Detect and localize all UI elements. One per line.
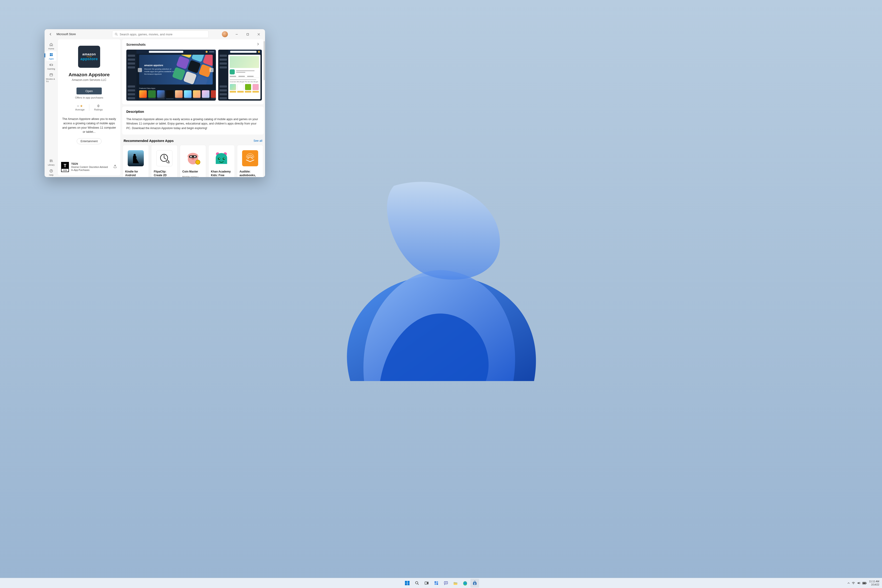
taskbar-store[interactable] — [470, 579, 479, 588]
app-icon: amazon appstore — [78, 46, 100, 68]
search-input[interactable] — [120, 33, 206, 36]
svg-point-34 — [415, 582, 418, 584]
svg-rect-36 — [425, 582, 427, 584]
open-button[interactable]: Open — [76, 87, 102, 94]
taskbar-date: 2/14/22 — [871, 583, 879, 586]
user-avatar[interactable] — [222, 31, 228, 37]
svg-rect-49 — [474, 584, 474, 584]
nav-movies[interactable]: Movies & TV — [46, 71, 57, 84]
svg-point-51 — [853, 584, 854, 584]
details-scroll[interactable]: Screenshots amazon appstore — [122, 39, 265, 177]
audible-icon — [242, 150, 258, 166]
nav-apps[interactable]: Apps — [46, 51, 57, 61]
help-icon — [49, 169, 53, 173]
taskbar-clock[interactable]: 11:11 AM 2/14/22 — [869, 580, 879, 586]
window-title: Microsoft Store — [57, 33, 76, 36]
svg-rect-40 — [434, 583, 436, 585]
app-hero-panel: amazon appstore Amazon Appstore Amazon.c… — [58, 39, 120, 175]
back-button[interactable] — [47, 31, 54, 38]
nav-gaming[interactable]: Gaming — [46, 62, 57, 71]
recommended-item[interactable]: Coin Master Mobile game • Other — [180, 145, 206, 177]
battery-icon — [862, 582, 867, 585]
taskbar: 11:11 AM 2/14/22 — [0, 578, 882, 588]
svg-text:+: + — [168, 160, 169, 163]
home-icon — [49, 42, 53, 46]
svg-point-27 — [196, 160, 200, 165]
svg-rect-9 — [51, 55, 52, 56]
rec-item-name: Kindle for Android — [125, 170, 146, 177]
svg-rect-44 — [454, 583, 457, 583]
widgets[interactable] — [432, 579, 441, 588]
rating-stats: --★ Average 0 Ratings — [71, 104, 108, 111]
nav-movies-label: Movies & TV — [46, 78, 57, 83]
recommended-see-all[interactable]: See all — [254, 139, 262, 142]
screenshot-2[interactable]: Customers Who Bought This Item Also Boug… — [218, 50, 262, 100]
system-tray[interactable] — [848, 581, 867, 585]
app-icon-line1: amazon — [82, 52, 96, 56]
rec-item-sub: Mobile game • Other — [182, 176, 204, 177]
nav-library[interactable]: Library — [46, 158, 57, 167]
recommended-item[interactable]: Khan Academy Kids: Free educational... — [208, 145, 234, 177]
description-heading: Description — [126, 110, 260, 114]
screenshots-expand[interactable] — [256, 42, 260, 46]
svg-point-11 — [52, 64, 52, 65]
taskbar-chat[interactable] — [441, 579, 450, 588]
esrb-brand: ESRB — [62, 169, 69, 172]
svg-rect-38 — [434, 581, 436, 583]
category-pill[interactable]: Entertainment — [77, 138, 102, 144]
minimize-button[interactable] — [231, 31, 242, 38]
coinmaster-icon — [185, 150, 201, 166]
taskbar-edge[interactable] — [461, 579, 470, 588]
svg-rect-3 — [247, 33, 249, 35]
nav-help[interactable]: Help — [46, 168, 57, 177]
app-icon-line2: appstore — [80, 57, 98, 62]
svg-rect-54 — [866, 583, 867, 584]
esrb-line1: Diverse Content: Discretion Advised — [71, 166, 108, 169]
svg-line-35 — [418, 584, 418, 585]
apps-icon — [49, 52, 53, 57]
khankids-icon — [213, 150, 230, 166]
svg-point-32 — [219, 158, 220, 159]
recommended-item[interactable]: Kindle for Android Mobile app • Books... — [123, 145, 149, 177]
taskbar-search[interactable] — [412, 579, 421, 588]
svg-point-16 — [134, 154, 136, 156]
description-body: The Amazon Appstore allows you to easily… — [126, 117, 260, 130]
maximize-button[interactable] — [243, 31, 253, 38]
app-title: Amazon Appstore — [69, 72, 110, 77]
scrollbar[interactable] — [264, 41, 265, 80]
app-publisher[interactable]: Amazon.com Services LLC — [72, 78, 106, 81]
iap-note: Offers in-app purchases — [75, 96, 104, 99]
featured-label: Featured New Apps — [139, 87, 214, 89]
search-icon — [115, 33, 118, 36]
svg-rect-46 — [473, 582, 477, 585]
screenshot-hero-title: amazon appstore — [144, 64, 174, 67]
ratings-count: 0 — [98, 104, 99, 108]
rating-value: -- — [77, 104, 79, 108]
start-button[interactable] — [403, 579, 412, 588]
search-box[interactable] — [112, 30, 208, 38]
nav-home[interactable]: Home — [46, 41, 57, 51]
screenshot-1[interactable]: amazon appstore Discover the growing sel… — [126, 50, 216, 100]
svg-point-30 — [218, 158, 220, 160]
share-button[interactable] — [113, 165, 117, 170]
svg-point-12 — [52, 65, 52, 65]
recommended-item[interactable]: + FlipaClip: Create 2D Animation — [151, 145, 177, 177]
svg-point-25 — [192, 158, 193, 159]
svg-rect-50 — [475, 584, 476, 584]
screenshots-heading: Screenshots — [126, 43, 146, 46]
tray-chevron-icon — [848, 582, 850, 584]
recommended-heading: Recommended Appstore Apps — [124, 139, 174, 142]
movies-icon — [49, 73, 53, 77]
svg-rect-41 — [436, 583, 438, 585]
task-view[interactable] — [422, 579, 431, 588]
svg-rect-7 — [51, 53, 52, 54]
recommended-item[interactable]: Audible: audiobooks, podcasts & audio... — [237, 145, 263, 177]
titlebar: Microsoft Store — [45, 29, 265, 39]
description-card: Description The Amazon Appstore allows y… — [122, 106, 264, 135]
close-button[interactable] — [254, 31, 264, 38]
svg-point-43 — [446, 582, 446, 583]
taskbar-explorer[interactable] — [451, 579, 460, 588]
svg-point-23 — [194, 156, 195, 158]
flipaclip-icon: + — [156, 150, 172, 166]
esrb-badge: T ESRB — [61, 162, 69, 172]
